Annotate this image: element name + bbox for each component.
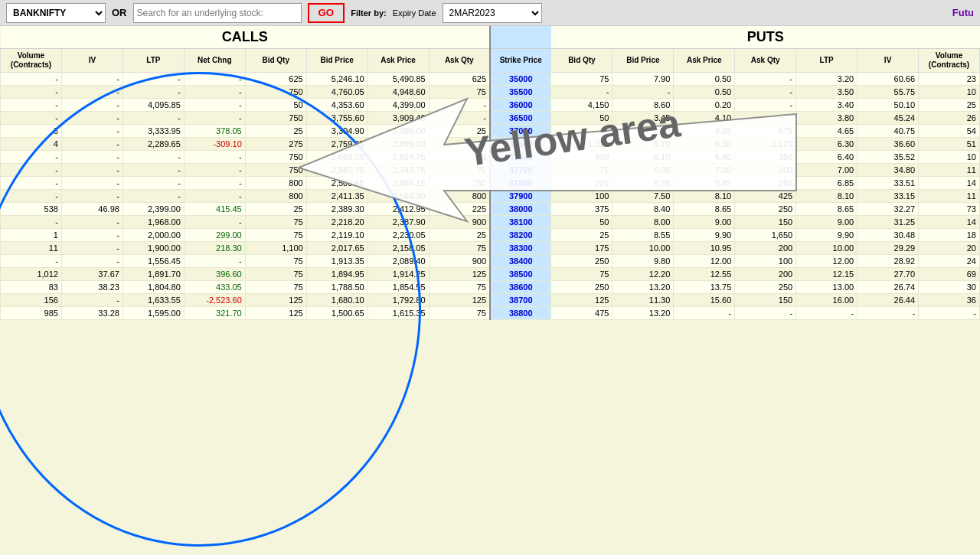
table-cell: 37500 [490,138,551,151]
table-cell: - [61,151,122,164]
ticker-select[interactable]: BANKNIFTY [6,3,106,23]
table-cell: - [612,86,674,99]
col-bid-qty: Bid Qty [245,49,306,73]
table-cell: 200 [735,242,796,255]
table-cell: 18 [919,229,980,242]
table-cell: 433.05 [184,281,245,294]
table-cell: 800 [245,190,306,203]
table-cell: 125 [245,294,306,307]
table-cell: 75 [245,229,306,242]
table-cell: 2,175 [735,138,796,151]
table-cell: 625 [245,73,306,86]
table-cell: 40.75 [858,125,919,138]
table-cell: 35.52 [858,151,919,164]
table-row: 156-1,633.55-2,523.601251,680.101,792.80… [1,294,980,307]
table-cell: 1,025 [551,138,612,151]
table-cell: 396.60 [184,268,245,281]
table-row: 1,01237.671,891.70396.60751,894.951,914.… [1,268,980,281]
table-row: 11-1,900.00218.301,1002,017.652,158.0575… [1,242,980,255]
table-cell: 0.50 [674,73,735,86]
table-cell: 218.30 [184,242,245,255]
table-cell: 900 [429,255,490,268]
table-cell: 38800 [490,307,551,320]
table-cell: 2,509.65 [306,177,368,190]
col-strike: Strike Price [490,49,551,73]
table-cell: 24 [919,255,980,268]
table-cell: - [1,99,62,112]
table-cell: 38300 [490,242,551,255]
table-cell: 200 [735,268,796,281]
col-put-ask-qty: Ask Qty [735,49,796,73]
table-cell: 38000 [490,203,551,216]
table-cell: 32.27 [858,203,919,216]
table-cell: 4.10 [674,112,735,125]
table-cell: 350 [735,151,796,164]
table-cell: 425 [735,190,796,203]
table-cell: 100 [735,255,796,268]
table-cell: 36 [919,294,980,307]
table-cell: 25 [429,229,490,242]
table-cell: 8.65 [796,203,858,216]
table-cell: 4,760.05 [306,86,368,99]
table-cell: 75 [551,164,612,177]
col-put-bid-price: Bid Price [612,49,674,73]
table-cell: 38700 [490,294,551,307]
table-cell: 1,968.00 [122,216,184,229]
table-cell: 2,389.30 [306,203,368,216]
table-cell: - [1,164,62,177]
table-cell: - [919,307,980,320]
table-cell: 38400 [490,255,551,268]
table-cell: 125 [551,294,612,307]
table-cell: 750 [245,112,306,125]
table-cell: 3,333.95 [122,125,184,138]
table-cell: 9.90 [796,229,858,242]
table-cell: 11 [919,190,980,203]
table-cell: - [61,138,122,151]
table-cell: 378.05 [184,125,245,138]
col-put-volume: Volume (Contracts) [919,49,980,73]
table-cell: 3.20 [796,73,858,86]
table-cell: 20 [919,242,980,255]
table-cell: 6.10 [612,151,674,164]
table-cell: 1,012 [1,268,62,281]
table-cell: 7.00 [796,164,858,177]
table-cell: 38600 [490,281,551,294]
table-row: ----7502,587.752,747.757537700756.057.00… [1,164,980,177]
table-cell: 30 [919,281,980,294]
table-cell: 625 [429,73,490,86]
table-cell: 1,900.00 [122,242,184,255]
table-cell: 7.00 [674,164,735,177]
table-cell: 150 [735,216,796,229]
table-cell: 38200 [490,229,551,242]
table-cell: 37800 [490,177,551,190]
strike-section-header [490,26,551,49]
table-cell: 375 [551,203,612,216]
table-cell: 1,804.80 [122,281,184,294]
table-cell: 900 [551,151,612,164]
table-cell: 100 [551,190,612,203]
table-cell: 225 [551,177,612,190]
table-cell: -309.10 [184,138,245,151]
table-cell: 4.60 [612,125,674,138]
col-ask-price: Ask Price [368,49,429,73]
table-cell: - [858,307,919,320]
table-cell: - [735,73,796,86]
table-cell: - [674,307,735,320]
table-cell: 35500 [490,86,551,99]
table-cell: - [551,86,612,99]
table-cell: 38100 [490,216,551,229]
table-cell: - [1,73,62,86]
table-cell: 6 [1,125,62,138]
table-cell: 9.80 [612,255,674,268]
search-input[interactable] [133,3,302,23]
go-button[interactable]: GO [308,3,345,23]
table-cell: - [184,190,245,203]
table-cell: 12.15 [796,268,858,281]
expiry-select[interactable]: 2MAR2023 [443,3,542,23]
table-cell: 750 [245,151,306,164]
table-cell: 2,899.00 [368,138,429,151]
table-cell: 2,119.10 [306,229,368,242]
table-cell: - [122,164,184,177]
col-iv: IV [61,49,122,73]
table-cell: - [61,112,122,125]
